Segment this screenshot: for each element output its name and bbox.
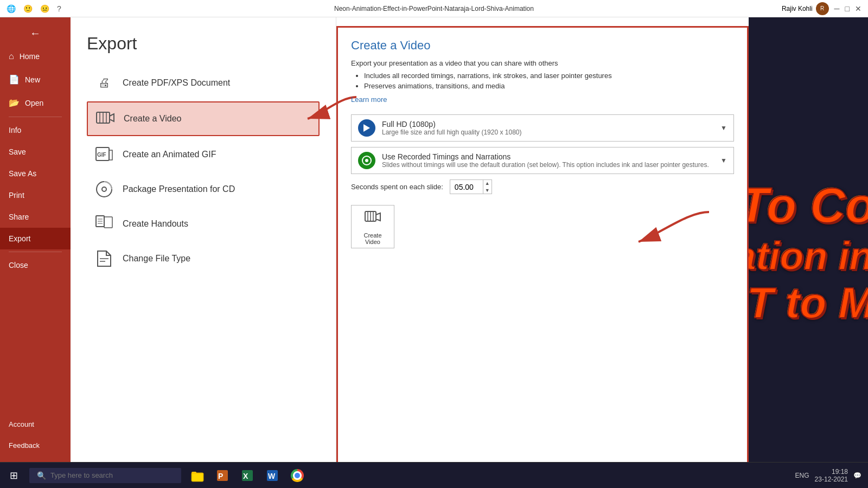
create-video-label: CreateVideo [363, 232, 381, 245]
sidebar-item-label: Save [9, 147, 26, 156]
filetype-icon [93, 248, 115, 269]
sidebar-item-new[interactable]: 📄 New [0, 68, 71, 91]
dropdown2-sub: Slides without timings will use the defa… [382, 161, 709, 169]
taskbar-app-powerpoint[interactable]: P [210, 464, 234, 487]
titlebar: 🌐 🙂 😐 ? Neon-Animation-Effect-in-PowerPo… [0, 0, 868, 17]
titlebar-user: Rajiv Kohli R [782, 2, 829, 15]
taskbar-right: ENG 19:18 23-12-2021 💬 [795, 468, 868, 483]
home-icon: ⌂ [9, 52, 14, 61]
taskbar-datetime: 19:18 23-12-2021 [815, 468, 848, 483]
new-icon: 📄 [9, 74, 20, 85]
sidebar-divider [9, 117, 62, 117]
gif-icon: GIF [93, 144, 115, 165]
sidebar-nav: ⌂ Home 📄 New 📂 Open Info Save Save As [0, 45, 71, 414]
taskbar-search[interactable]: 🔍 [29, 468, 181, 483]
svg-text:GIF: GIF [97, 152, 106, 158]
back-button[interactable]: ← [0, 22, 71, 45]
sidebar-item-account[interactable]: Account [0, 414, 71, 435]
notification-icon[interactable]: 💬 [853, 472, 861, 479]
dropdown1-arrow: ▼ [720, 124, 727, 132]
taskbar-app-chrome[interactable] [285, 464, 309, 487]
sidebar-item-save-as[interactable]: Save As [0, 163, 71, 184]
search-input[interactable] [50, 471, 174, 479]
sidebar-item-save[interactable]: Save [0, 141, 71, 163]
seconds-input[interactable] [450, 181, 483, 194]
svg-point-19 [365, 159, 368, 162]
sidebar-item-label: Home [20, 52, 40, 61]
export-create-handouts[interactable]: Create Handouts [87, 208, 320, 240]
sidebar-item-export[interactable]: Export [0, 228, 71, 249]
slide-content: How To Convert Presentation into Video (… [749, 178, 868, 328]
face-icon[interactable]: 😐 [40, 4, 49, 13]
back-icon: ← [30, 27, 41, 40]
svg-text:P: P [218, 472, 223, 480]
taskbar-app-word[interactable]: W [260, 464, 284, 487]
gif-label: Create an Animated GIF [123, 150, 216, 159]
filetype-label: Change File Type [123, 254, 190, 264]
globe-icon[interactable]: 🌐 [7, 4, 16, 13]
sidebar-item-label: Close [9, 261, 28, 269]
svg-text:X: X [243, 472, 248, 480]
svg-marker-1 [110, 114, 114, 121]
seconds-spinner[interactable]: ▲ ▼ [450, 179, 492, 194]
taskbar: ⊞ 🔍 P X W [0, 462, 868, 488]
main-content: Export 🖨 Create PDF/XPS Document [71, 17, 868, 488]
export-panel: Export 🖨 Create PDF/XPS Document [71, 17, 336, 488]
taskbar-app-excel[interactable]: X [235, 464, 259, 487]
taskbar-time: 19:18 [832, 468, 848, 476]
user-avatar: R [816, 2, 829, 15]
export-package-cd[interactable]: Package Presentation for CD [87, 173, 320, 206]
sidebar-item-info[interactable]: Info [0, 119, 71, 141]
titlebar-controls[interactable]: ─ □ ✕ [834, 4, 861, 13]
sidebar-item-label: Share [9, 213, 29, 221]
detail-description: Export your presentation as a video that… [351, 59, 734, 67]
bullet-1: Includes all recorded timings, narration… [364, 72, 734, 80]
taskbar-date: 23-12-2021 [815, 476, 848, 483]
cd-icon [93, 178, 115, 200]
taskbar-apps: P X W [186, 464, 309, 487]
export-change-file-type[interactable]: Change File Type [87, 242, 320, 275]
dropdown2-icon [358, 152, 375, 169]
dropdown2-arrow: ▼ [720, 157, 727, 164]
sidebar-item-open[interactable]: 📂 Open [0, 91, 71, 114]
titlebar-title: Neon-Animation-Effect-in-PowerPoint-Nata… [334, 5, 534, 12]
spinner-arrows[interactable]: ▲ ▼ [483, 180, 492, 194]
sidebar-item-feedback[interactable]: Feedback [0, 435, 71, 456]
app-body: ← ⌂ Home 📄 New 📂 Open Info Save [0, 17, 868, 488]
taskbar-app-explorer[interactable] [186, 464, 209, 487]
create-video-button[interactable]: CreateVideo [351, 205, 394, 248]
sidebar-item-home[interactable]: ⌂ Home [0, 45, 71, 68]
windows-icon: ⊞ [10, 470, 18, 481]
learn-more-link[interactable]: Learn more [351, 95, 387, 104]
quality-dropdown[interactable]: Full HD (1080p) Large file size and full… [351, 114, 734, 142]
export-create-gif[interactable]: GIF Create an Animated GIF [87, 138, 320, 171]
maximize-button[interactable]: □ [845, 4, 850, 13]
slide-line1: How To Convert [749, 178, 868, 234]
slide-line3: (PPT to MP4) [749, 278, 868, 328]
smiley-icon[interactable]: 🙂 [23, 4, 33, 13]
start-button[interactable]: ⊞ [0, 463, 27, 488]
pdf-label: Create PDF/XPS Document [123, 78, 230, 88]
sidebar: ← ⌂ Home 📄 New 📂 Open Info Save [0, 17, 71, 488]
svg-rect-11 [104, 217, 112, 228]
help-icon[interactable]: ? [57, 4, 61, 13]
sidebar-item-label: Feedback [9, 441, 40, 450]
export-create-pdf[interactable]: 🖨 Create PDF/XPS Document [87, 67, 320, 99]
sidebar-item-label: Save As [9, 169, 36, 178]
titlebar-left-icons: 🌐 🙂 😐 ? [7, 4, 61, 13]
dropdown1-text: Full HD (1080p) Large file size and full… [382, 120, 522, 136]
sidebar-item-print[interactable]: Print [0, 184, 71, 206]
sidebar-item-label: Print [9, 191, 24, 200]
sidebar-item-share[interactable]: Share [0, 206, 71, 228]
timing-dropdown[interactable]: Use Recorded Timings and Narrations Slid… [351, 147, 734, 174]
export-create-video[interactable]: Create a Video [87, 101, 320, 136]
spinner-down[interactable]: ▼ [485, 187, 490, 194]
sidebar-item-label: Export [9, 234, 30, 243]
minimize-button[interactable]: ─ [834, 4, 840, 13]
spinner-up[interactable]: ▲ [485, 180, 490, 187]
close-button[interactable]: ✕ [855, 4, 861, 13]
open-icon: 📂 [9, 98, 20, 108]
detail-panel: Create a Video Export your presentation … [336, 26, 749, 479]
video-label: Create a Video [124, 114, 181, 124]
sidebar-item-close[interactable]: Close [0, 254, 71, 276]
